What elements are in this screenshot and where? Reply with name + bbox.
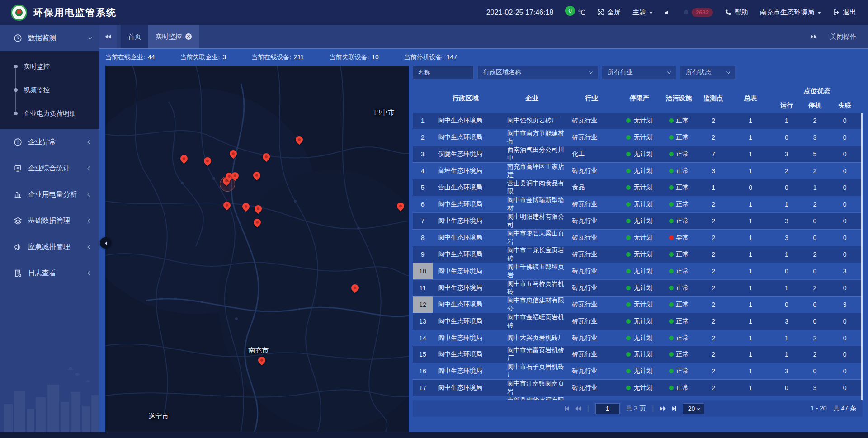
sidebar-subitem-power-load-detail[interactable]: 企业电力负荷明细 bbox=[0, 102, 99, 125]
status-select[interactable]: 所有状态 bbox=[680, 66, 736, 79]
cell-region: 阆中生态环境局 bbox=[433, 380, 498, 396]
tab-realtime-monitor[interactable]: 实时监控 ✕ bbox=[148, 25, 199, 48]
table-row[interactable]: 1阆中生态环境局阆中强锐页岩砖厂砖瓦行业无计划正常21120 bbox=[413, 113, 863, 129]
cell-index: 7 bbox=[413, 212, 433, 229]
table-row[interactable]: 4高坪生态环境局南充市高坪区王家店建砖瓦行业无计划正常31220 bbox=[413, 162, 863, 179]
alert-icon bbox=[14, 138, 22, 146]
table-row[interactable]: 5营山生态环境局营山县润丰肉食品有限食品无计划正常10010 bbox=[413, 179, 863, 196]
fullscreen-button[interactable]: 全屏 bbox=[597, 8, 621, 17]
table-row[interactable]: 6阆中生态环境局阆中市金博瑞新型墙材砖瓦行业无计划正常21120 bbox=[413, 196, 863, 212]
enterprise-table-header: 行政区域 企业 行业 停限产 治污设施 监测点 总表 点位状态 运行 停机 bbox=[413, 84, 863, 113]
table-row[interactable]: 11阆中生态环境局阆中市五马桥页岩机砖砖瓦行业无计划正常21120 bbox=[413, 279, 863, 296]
org-dropdown[interactable]: 南充市生态环境局 bbox=[760, 8, 821, 17]
prev-page-icon bbox=[578, 406, 581, 411]
cell-index: 8 bbox=[413, 229, 433, 246]
sidebar-item-label: 应急减排管理 bbox=[28, 242, 82, 252]
cell-meters: 1 bbox=[731, 212, 770, 229]
content-area: 巴中市南充市遂宁市 行政区域名称 所有行业 所有状态 bbox=[99, 66, 868, 438]
page-size-select[interactable]: 20 bbox=[683, 403, 704, 414]
help-button[interactable]: 帮助 bbox=[725, 8, 748, 17]
cell-company: 阆中市石子页岩机砖厂 bbox=[498, 363, 566, 380]
app-logo bbox=[11, 5, 27, 21]
cell-industry: 砖瓦行业 bbox=[566, 363, 617, 380]
cell-limit-status: 无计划 bbox=[618, 330, 662, 346]
table-row[interactable]: 14阆中生态环境局阆中大兴页岩机砖厂砖瓦行业无计划正常21120 bbox=[413, 330, 863, 346]
cell-meters: 1 bbox=[731, 146, 770, 162]
table-row[interactable]: 2阆中生态环境局阆中市南方节能建材有砖瓦行业无计划正常21030 bbox=[413, 129, 863, 146]
status-dot-icon bbox=[626, 185, 631, 190]
tabs-scroll-left-button[interactable] bbox=[99, 25, 117, 48]
table-row[interactable]: 17阆中生态环境局阆中市江南镇阆南页岩砖瓦行业无计划正常21030 bbox=[413, 380, 863, 396]
cell-stopped: 2 bbox=[803, 196, 827, 212]
sidebar-item-enterprise-abnormal[interactable]: 企业异常 bbox=[0, 129, 99, 155]
cell-company: 阆中市南方节能建材有 bbox=[498, 129, 566, 146]
sidebar-item-label: 企业用电量分析 bbox=[28, 190, 82, 199]
table-row[interactable]: 18南部生态环境局南部县砌华水泥有限公建材加工无计划正常60060 bbox=[413, 396, 863, 400]
enterprise-table-body[interactable]: 1阆中生态环境局阆中强锐页岩砖厂砖瓦行业无计划正常211202阆中生态环境局阆中… bbox=[413, 113, 863, 400]
cell-index: 14 bbox=[413, 330, 433, 346]
table-row[interactable]: 3仪陇生态环境局西南油气田分公司川中化工无计划正常71350 bbox=[413, 146, 863, 162]
log-icon bbox=[14, 269, 22, 278]
tab-home[interactable]: 首页 bbox=[121, 25, 148, 48]
cell-industry: 砖瓦行业 bbox=[566, 263, 617, 279]
first-page-button[interactable] bbox=[565, 406, 569, 411]
cell-offline: 0 bbox=[827, 330, 863, 346]
sidebar-item-power-analysis[interactable]: 企业用电量分析 bbox=[0, 181, 99, 207]
chevron-left-icon bbox=[88, 271, 92, 275]
col-facility: 治污设施 bbox=[661, 84, 696, 113]
sidebar-item-data-monitoring[interactable]: 数据监测 bbox=[0, 25, 99, 51]
sidebar-subitem-realtime-monitor[interactable]: 实时监控 bbox=[0, 55, 99, 78]
cell-limit-status: 无计划 bbox=[618, 313, 662, 330]
status-dot-icon bbox=[669, 352, 674, 357]
notification-area[interactable]: 2632 bbox=[683, 8, 713, 17]
cell-region: 阆中生态环境局 bbox=[433, 330, 498, 346]
table-row[interactable]: 7阆中生态环境局阆中明阳建材有限公司砖瓦行业无计划正常21300 bbox=[413, 212, 863, 229]
speaker-button[interactable] bbox=[665, 9, 671, 16]
table-row[interactable]: 15阆中生态环境局阆中市光富页岩机砖厂砖瓦行业无计划正常21120 bbox=[413, 346, 863, 363]
tabbar-right-tools: 关闭操作 bbox=[811, 25, 868, 48]
cell-index: 6 bbox=[413, 196, 433, 212]
cell-monitor-points: 2 bbox=[696, 279, 731, 296]
chevron-down-icon bbox=[88, 35, 92, 40]
status-dot-icon bbox=[669, 269, 674, 273]
theme-dropdown[interactable]: 主题 bbox=[632, 8, 653, 17]
close-operations-button[interactable]: 关闭操作 bbox=[830, 33, 856, 41]
sidebar-item-enterprise-stats[interactable]: 企业综合统计 bbox=[0, 155, 99, 181]
sidebar-item-log-view[interactable]: 日志查看 bbox=[0, 260, 99, 286]
map-collapse-handle[interactable] bbox=[100, 237, 111, 249]
table-row[interactable]: 12阆中生态环境局阆中市忠信建材有限公砖瓦行业无计划正常21003 bbox=[413, 296, 863, 313]
cell-facility-status: 正常 bbox=[661, 196, 696, 212]
region-select[interactable]: 行政区域名称 bbox=[477, 66, 598, 79]
logout-button[interactable]: 退出 bbox=[833, 8, 856, 17]
status-dot-icon bbox=[669, 219, 674, 223]
cell-meters: 1 bbox=[731, 296, 770, 313]
page-number-input[interactable] bbox=[595, 403, 620, 414]
map-canvas[interactable] bbox=[105, 66, 409, 432]
sidebar-subitem-video-monitor[interactable]: 视频监控 bbox=[0, 78, 99, 102]
table-row[interactable]: 8阆中生态环境局阆中市枣碧大梁山页岩砖瓦行业无计划异常21300 bbox=[413, 229, 863, 246]
prev-page-button[interactable] bbox=[575, 406, 581, 411]
sidebar-item-emergency-reduction[interactable]: 应急减排管理 bbox=[0, 234, 99, 260]
industry-select[interactable]: 所有行业 bbox=[602, 66, 676, 79]
name-search-input[interactable] bbox=[413, 66, 474, 79]
logo-emblem bbox=[15, 9, 23, 16]
table-scrollbar[interactable] bbox=[861, 113, 863, 400]
cell-facility-status: 正常 bbox=[661, 346, 696, 363]
cell-region: 阆中生态环境局 bbox=[433, 113, 498, 129]
next-page-button[interactable] bbox=[660, 406, 666, 411]
table-row[interactable]: 9阆中生态环境局阆中市二龙长宝页岩砖砖瓦行业无计划正常21120 bbox=[413, 246, 863, 263]
cell-index: 9 bbox=[413, 246, 433, 263]
status-dot-icon bbox=[669, 286, 674, 290]
tabs-scroll-right-button[interactable] bbox=[811, 34, 816, 39]
table-row[interactable]: 10阆中生态环境局阆中千佛镇五郎垭页岩砖瓦行业无计划正常21003 bbox=[413, 263, 863, 279]
table-row[interactable]: 13阆中生态环境局阆中市金福旺页岩机砖砖瓦行业无计划正常21300 bbox=[413, 313, 863, 330]
cell-offline: 0 bbox=[827, 113, 863, 129]
cell-monitor-points: 2 bbox=[696, 196, 731, 212]
map-panel[interactable]: 巴中市南充市遂宁市 bbox=[105, 66, 409, 432]
table-row[interactable]: 16阆中生态环境局阆中市石子页岩机砖厂砖瓦行业无计划正常21300 bbox=[413, 363, 863, 380]
divider: | bbox=[652, 405, 654, 413]
last-page-button[interactable] bbox=[672, 406, 676, 411]
sidebar-item-base-data[interactable]: 基础数据管理 bbox=[0, 207, 99, 234]
stat-offline-devices: 当前失联设备:10 bbox=[329, 53, 378, 61]
tab-close-icon[interactable]: ✕ bbox=[185, 33, 192, 40]
